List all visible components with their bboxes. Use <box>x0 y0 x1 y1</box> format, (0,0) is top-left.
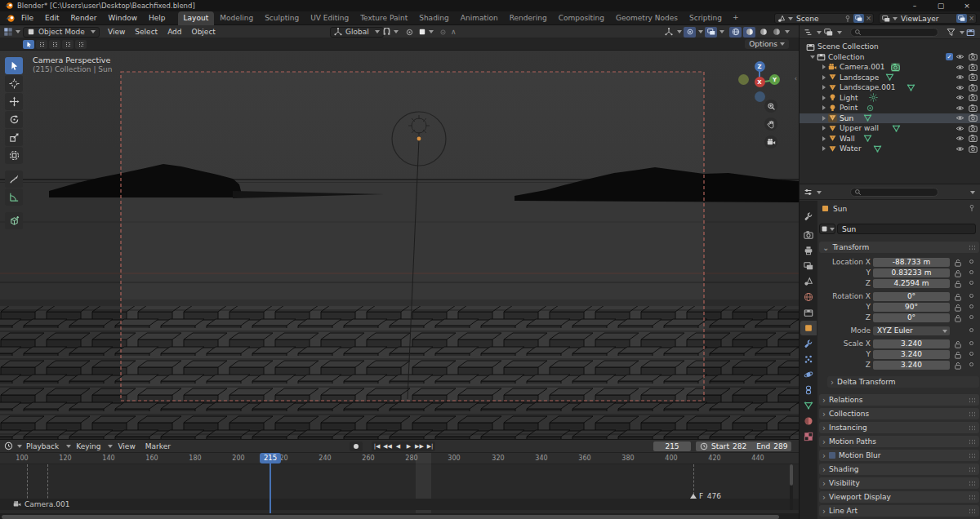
new-collection-button[interactable] <box>966 28 975 37</box>
eye-icon[interactable] <box>956 124 964 133</box>
shading-rendered-button[interactable] <box>769 25 790 38</box>
lock-icon[interactable] <box>954 304 962 312</box>
timeline-ruler[interactable]: 100 120 140 160 180 200 220 240 260 280 … <box>0 453 799 464</box>
menu-marker[interactable]: Marker <box>140 442 176 450</box>
next-keyframe-button[interactable]: ▶▶ <box>414 441 425 451</box>
pan-button[interactable] <box>764 118 777 131</box>
eye-icon[interactable] <box>956 83 964 92</box>
tab-layout[interactable]: Layout <box>178 11 215 25</box>
auto-keying-button[interactable] <box>350 441 363 451</box>
options-button[interactable]: Options <box>745 39 789 49</box>
tab-output[interactable] <box>800 243 817 258</box>
object-type-dropdown[interactable] <box>819 224 835 234</box>
menu-keying[interactable]: Keying <box>71 442 105 450</box>
outliner-item-label[interactable]: Upper wall <box>840 124 879 132</box>
eye-icon[interactable] <box>956 113 964 122</box>
jump-to-start-button[interactable]: |◀ <box>372 441 382 451</box>
pin-icon[interactable] <box>843 14 852 23</box>
xray-toggle[interactable] <box>704 25 724 38</box>
outliner-item-label[interactable]: Sun <box>840 114 853 122</box>
editor-type-button[interactable] <box>3 25 20 38</box>
timeline-editor-type-button[interactable] <box>4 441 13 450</box>
tab-render[interactable] <box>800 228 817 242</box>
menu-window[interactable]: Window <box>103 12 144 24</box>
object-name-field[interactable]: Sun <box>837 224 976 234</box>
eye-icon[interactable] <box>956 63 964 72</box>
tool-move[interactable] <box>5 93 23 110</box>
timeline-vertical-scrollbar[interactable] <box>790 464 793 510</box>
unlink-scene-icon[interactable]: × <box>866 15 871 22</box>
outliner-item-label[interactable]: Landscape.001 <box>840 83 895 91</box>
show-gizmo-toggle[interactable] <box>662 25 682 38</box>
proportional-edit-toggle[interactable] <box>405 25 414 38</box>
panel-line-art[interactable]: ›Line Art <box>819 505 979 517</box>
channel-label[interactable]: Camera.001 <box>24 500 69 508</box>
viewlayer-name[interactable]: ViewLayer <box>901 15 938 23</box>
drag-handle-icon[interactable] <box>969 495 976 500</box>
menu-help[interactable]: Help <box>143 12 172 24</box>
gizmo-y-axis[interactable]: Y <box>769 74 780 85</box>
outliner-row-scene-collection[interactable]: Scene Collection <box>800 42 980 52</box>
camera-visibility-icon[interactable] <box>969 93 978 102</box>
tool-measure[interactable] <box>5 189 23 206</box>
sidebar-toggle-arrow[interactable]: ‹ <box>795 75 797 82</box>
snap-toggle[interactable] <box>382 25 399 38</box>
drag-handle-icon[interactable] <box>969 439 976 445</box>
motion-blur-checkbox[interactable] <box>829 452 835 459</box>
tab-texture-paint[interactable]: Texture Paint <box>354 11 413 25</box>
panel-motion-blur[interactable]: ›Motion Blur <box>819 450 979 461</box>
eye-icon[interactable] <box>956 144 964 153</box>
jump-to-end-button[interactable]: ▶| <box>425 441 435 451</box>
zoom-button[interactable] <box>764 100 777 113</box>
animate-dot-icon[interactable] <box>969 352 973 356</box>
lock-icon[interactable] <box>954 280 962 288</box>
outliner-search-input[interactable] <box>850 28 938 37</box>
drag-handle-icon[interactable] <box>969 411 976 417</box>
animate-dot-icon[interactable] <box>969 315 973 319</box>
camera-visibility-icon[interactable] <box>969 144 978 153</box>
outliner-row-landscape[interactable]: Landscape <box>800 73 980 83</box>
rotation-mode-dropdown[interactable]: XYZ Euler <box>873 326 950 335</box>
outliner-item-label[interactable]: Scene Collection <box>817 42 879 51</box>
camera-visibility-icon[interactable] <box>969 104 978 113</box>
animate-dot-icon[interactable] <box>969 341 973 345</box>
camera-visibility-icon[interactable] <box>969 134 978 143</box>
pin-icon[interactable] <box>968 204 976 212</box>
animate-dot-icon[interactable] <box>969 294 973 298</box>
camera-visibility-icon[interactable] <box>969 113 978 122</box>
select-mode-extend-button[interactable] <box>36 40 47 49</box>
rotation-y-field[interactable]: 90° <box>873 303 950 312</box>
outliner-row-upper-wall[interactable]: Upper wall <box>800 123 980 134</box>
outliner-row-light[interactable]: Light <box>800 93 980 104</box>
properties-editor-type-button[interactable] <box>804 188 813 197</box>
camera-view-button[interactable] <box>764 135 777 149</box>
outliner-filter-button[interactable] <box>947 28 956 37</box>
disclosure-triangle-icon[interactable] <box>822 64 826 69</box>
panel-delta-transform[interactable]: › Delta Transform <box>827 376 979 388</box>
tab-physics[interactable] <box>800 367 817 382</box>
show-overlays-toggle[interactable] <box>683 25 703 38</box>
menu-view[interactable]: View <box>103 28 130 36</box>
tool-transform[interactable] <box>5 147 23 164</box>
pivot-point-selector[interactable] <box>418 25 434 38</box>
gizmo-y-neg-axis[interactable] <box>738 74 749 85</box>
outliner-item-label[interactable]: Wall <box>840 135 855 143</box>
menu-select[interactable]: Select <box>130 28 163 36</box>
drag-handle-icon[interactable] <box>969 481 976 486</box>
menu-edit[interactable]: Edit <box>39 12 65 24</box>
scale-y-field[interactable]: 3.240 <box>873 350 950 359</box>
camera-visibility-icon[interactable] <box>969 73 978 82</box>
panel-motion-paths[interactable]: ›Motion Paths <box>819 436 979 447</box>
viewlayer-selector[interactable]: ViewLayer × <box>879 13 977 24</box>
gizmo-x-axis[interactable]: X <box>755 77 765 87</box>
menu-file[interactable]: File <box>16 12 39 24</box>
add-workspace-button[interactable]: + <box>728 11 744 25</box>
new-scene-button[interactable] <box>853 14 864 23</box>
menu-add[interactable]: Add <box>163 28 186 36</box>
animate-dot-icon[interactable] <box>969 362 973 366</box>
tab-scripting[interactable]: Scripting <box>684 11 728 25</box>
timeline-horizontal-scrollbar[interactable] <box>0 513 799 519</box>
properties-search-input[interactable] <box>850 188 938 197</box>
outliner-row-landscape-001[interactable]: Landscape.001 <box>800 82 980 93</box>
breadcrumb-object-name[interactable]: Sun <box>833 205 847 213</box>
